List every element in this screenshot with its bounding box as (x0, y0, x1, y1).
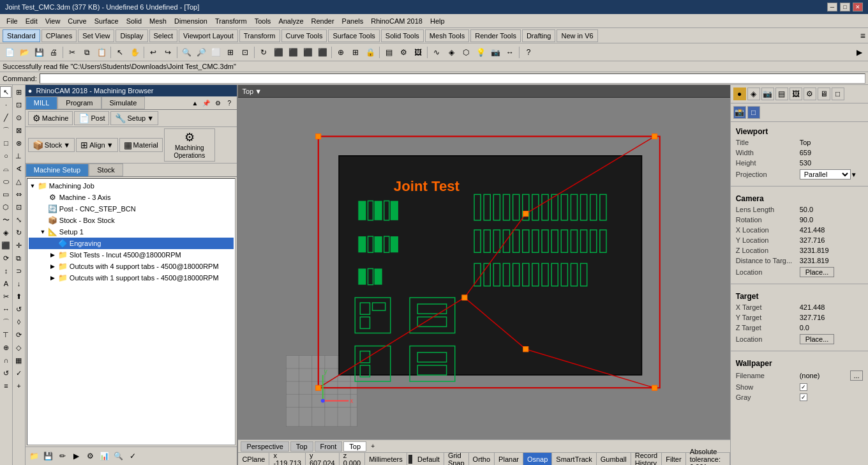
fillet-icon[interactable]: ⌒ (0, 316, 11, 328)
trim-icon[interactable]: ✂ (0, 291, 11, 302)
join-icon[interactable]: ⊕ (0, 342, 11, 353)
menu-help[interactable]: Help (426, 16, 449, 26)
rhinocam-bottom-icon1[interactable]: 📁 (28, 450, 41, 462)
grid-icon[interactable]: ⊞ (348, 45, 363, 59)
expand-outcuts4-icon[interactable]: ▶ (49, 263, 57, 270)
tree-item-post[interactable]: 🔄 Post - CNC_STEP_BCN (29, 203, 234, 215)
solid3d-icon[interactable]: ⬡ (459, 45, 473, 59)
tab-mill[interactable]: MILL (26, 96, 57, 109)
surface3d-icon[interactable]: ◈ (444, 45, 458, 59)
mirror-icon[interactable]: ⇔ (13, 188, 24, 200)
menu-mesh[interactable]: Mesh (146, 16, 170, 26)
panel-icon-sphere[interactable]: ● (733, 88, 746, 100)
help-icon[interactable]: ? (521, 45, 535, 59)
copy-icon[interactable]: ⧉ (80, 45, 94, 59)
scale-icon[interactable]: ⤡ (13, 214, 24, 225)
snap-tan-icon[interactable]: ∢ (13, 163, 24, 174)
sweep-icon[interactable]: ⟳ (13, 329, 24, 340)
menu-edit[interactable]: Edit (22, 16, 41, 26)
dimension-icon[interactable]: ↔ (503, 45, 517, 59)
panel-icon-surface2[interactable]: ◈ (747, 88, 760, 100)
toolbar-expand-icon[interactable]: ≡ (860, 31, 865, 41)
tab-setview[interactable]: Set View (78, 29, 114, 42)
rhinocam-settings-icon[interactable]: ⚙ (213, 98, 223, 108)
expand-setup1-icon[interactable]: ▼ (39, 229, 47, 235)
menu-panels[interactable]: Panels (338, 16, 368, 26)
lock-icon[interactable]: 🔒 (363, 45, 377, 59)
tab-simulate[interactable]: Simulate (101, 96, 146, 109)
save-icon[interactable]: 💾 (32, 45, 46, 59)
gray-checkbox[interactable] (800, 393, 807, 401)
boolean-icon[interactable]: ∩ (0, 354, 11, 366)
freeform-icon[interactable]: 〜 (0, 214, 11, 225)
tab-render-tools[interactable]: Render Tools (470, 29, 521, 42)
toolbar-scroll-right[interactable]: ▶ (857, 48, 865, 57)
panel-icon-screen[interactable]: 🖥 (818, 88, 830, 100)
tree-item-engraving[interactable]: 🔷 Engraving (29, 238, 234, 249)
menu-rhinocam[interactable]: RhinoCAM 2018 (367, 16, 426, 26)
ortho-toggle[interactable]: Ortho (469, 453, 495, 465)
zoom-window-icon[interactable]: ⬜ (209, 45, 223, 59)
snap-end-icon[interactable]: ⊡ (13, 99, 24, 111)
stock-button[interactable]: 📦 Stock ▼ (28, 138, 75, 152)
properties-icon[interactable]: ⚙ (396, 45, 410, 59)
filter-toggle[interactable]: Filter (662, 453, 685, 465)
move-icon[interactable]: ✛ (13, 240, 24, 251)
tab-mesh-tools[interactable]: Mesh Tools (425, 29, 469, 42)
copy2-icon[interactable]: ⧉ (13, 252, 24, 264)
check-icon[interactable]: ✓ (13, 367, 24, 379)
history-icon[interactable]: ↺ (0, 367, 11, 379)
tab-drafting[interactable]: Drafting (522, 29, 556, 42)
tab-viewport-layout[interactable]: Viewport Layout (179, 29, 238, 42)
print-icon[interactable]: 🖨 (47, 45, 61, 59)
render-icon[interactable]: 🖼 (411, 45, 425, 59)
post-button[interactable]: 📄 Post (74, 111, 109, 125)
target-location-place-button[interactable]: Place... (800, 334, 835, 344)
rectangle-icon[interactable]: ▭ (0, 188, 11, 200)
loft-icon[interactable]: ◊ (13, 316, 24, 328)
extrude-icon[interactable]: ⬆ (13, 291, 24, 302)
panel-icon-viewport2[interactable]: □ (832, 88, 844, 100)
viewport-dropdown-icon[interactable]: ▼ (255, 88, 262, 95)
setup-button[interactable]: 🔧 Setup ▼ (110, 111, 158, 125)
menu-tools[interactable]: Tools (251, 16, 275, 26)
ellipse-icon[interactable]: ⬭ (0, 176, 11, 187)
expand-outcuts1-icon[interactable]: ▶ (49, 275, 57, 281)
tab-new-in-v6[interactable]: New in V6 (557, 29, 597, 42)
subtab-stock[interactable]: Stock (89, 164, 123, 176)
planar-toggle[interactable]: Planar (495, 453, 523, 465)
solid-icon[interactable]: ⬛ (0, 240, 11, 251)
snap-mid-icon[interactable]: ⊠ (13, 125, 24, 136)
top-view-icon[interactable]: ⬛ (301, 45, 315, 59)
rhinocam-bottom-icon3[interactable]: ✏ (56, 450, 69, 462)
tree-item-job[interactable]: ▼ 📁 Machining Job (29, 180, 234, 192)
viewport-canvas[interactable]: Joint Test (238, 98, 730, 439)
expand-slot-icon[interactable]: ▶ (49, 252, 57, 258)
zoom-extents-icon[interactable]: ⊞ (223, 45, 237, 59)
record-history-toggle[interactable]: Record History (631, 453, 662, 465)
tab-program[interactable]: Program (57, 96, 101, 109)
snap-near-icon[interactable]: ⊙ (13, 112, 24, 123)
add-viewport-icon[interactable]: + (368, 441, 378, 452)
menu-view[interactable]: View (41, 16, 64, 26)
tree-item-machine[interactable]: ⚙ Machine - 3 Axis (29, 192, 234, 203)
tab-front[interactable]: Front (315, 441, 343, 452)
pan-icon[interactable]: ✋ (128, 45, 142, 59)
arc-icon[interactable]: ⌓ (0, 163, 11, 174)
rotate2-icon[interactable]: ↻ (13, 227, 24, 238)
select-tool-icon[interactable]: ↖ (0, 86, 11, 98)
tree-item-setup1[interactable]: ▼ 📐 Setup 1 (29, 226, 234, 238)
maximize-button[interactable]: □ (840, 3, 850, 11)
undo-icon[interactable]: ↩ (146, 45, 160, 59)
zoom-selected-icon[interactable]: ⊡ (238, 45, 252, 59)
menu-surface[interactable]: Surface (91, 16, 123, 26)
osnap-toggle[interactable]: Osnap (523, 453, 552, 465)
polygon-icon[interactable]: ⬡ (0, 201, 11, 213)
cut-icon[interactable]: ✂ (65, 45, 79, 59)
tab-top-active[interactable]: Top (343, 441, 366, 452)
panel-icon-display2[interactable]: □ (747, 106, 760, 119)
tab-cplanes[interactable]: CPlanes (41, 29, 77, 42)
filename-browse-button[interactable]: ... (850, 370, 863, 381)
rhinocam-bottom-icon7[interactable]: 🔍 (112, 450, 125, 462)
polyline-icon[interactable]: ⌒ (0, 125, 11, 136)
